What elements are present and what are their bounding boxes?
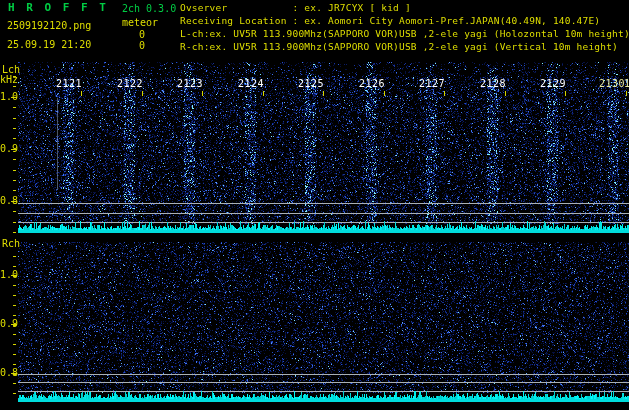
lch-freq-tick-1.0: 1.0 [0,91,13,102]
time-label-2122: 2122 [117,78,143,89]
hrofft-window: H R O F F T 2ch 0.3.0 2509192120.png met… [0,0,629,410]
time-label-2129: 2129 [540,78,566,89]
output-filename: 2509192120.png [7,20,91,31]
time-label-2123: 2123 [177,78,203,89]
time-label-2127: 2127 [419,78,445,89]
record-datetime: 25.09.19 21:20 [7,39,91,50]
app-title: H R O F F T [8,2,108,13]
app-version: 2ch 0.3.0 [122,3,176,14]
lch-config-line: L-ch:ex. UV5R 113.900Mhz(SAPPORO VOR)USB… [180,27,629,40]
meteor-count-1: 0 [139,29,145,40]
observer-line: Ovserver : ex. JR7CYX [ kid ] [180,1,411,14]
lch-freq-tick-0.8: 0.8 [0,195,13,206]
location-line: Receiving Location : ex. Aomori City Aom… [180,14,600,27]
rch-channel-label: Rch [2,238,20,249]
time-label-partial: 10 [624,78,629,89]
time-label-2121: 2121 [56,78,82,89]
rch-freq-tick-1.0: 1.0 [0,269,13,280]
lch-freq-tick-0.9: 0.9 [0,143,13,154]
time-label-2130: 2130 [599,78,625,89]
time-label-2128: 2128 [480,78,506,89]
rch-config-line: R-ch:ex. UV5R 113.900Mhz(SAPPORO VOR)USB… [180,40,618,53]
lch-unit-label: kHz [0,74,18,85]
meteor-count-2: 0 [139,40,145,51]
time-label-2124: 2124 [238,78,264,89]
meteor-mode-label: meteor [122,17,158,28]
rch-freq-tick-0.8: 0.8 [0,367,13,378]
rch-freq-tick-0.9: 0.9 [0,318,13,329]
spectrogram-canvas [0,0,629,410]
time-label-2125: 2125 [298,78,324,89]
time-label-2126: 2126 [359,78,385,89]
